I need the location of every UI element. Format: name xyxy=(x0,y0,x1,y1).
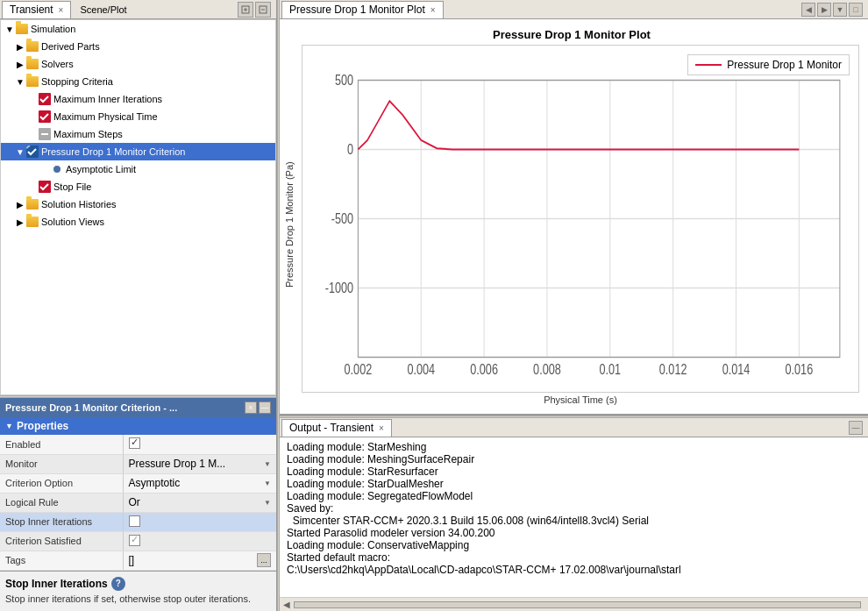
stop-inner-checkbox[interactable] xyxy=(129,515,140,527)
expand-simulation[interactable]: ▼ xyxy=(4,25,15,34)
tree-item-solution-histories[interactable]: ▶ Solution Histories xyxy=(1,195,275,213)
expand-solution-histories[interactable]: ▶ xyxy=(15,200,25,210)
svg-text:0.008: 0.008 xyxy=(533,362,561,378)
output-line-9: Loading module: ConservativeMapping xyxy=(287,539,861,551)
tree-item-max-inner[interactable]: Maximum Inner Iterations xyxy=(1,90,275,108)
prop-label-stop-inner: Stop Inner Iterations xyxy=(0,512,123,531)
folder-icon-simulation xyxy=(15,22,29,36)
criterion-icon-pressure-drop xyxy=(25,145,39,159)
tree-item-solution-views[interactable]: ▶ Solution Views xyxy=(1,213,275,231)
folder-icon-solution-histories xyxy=(25,197,39,211)
plot-tab[interactable]: Pressure Drop 1 Monitor Plot × xyxy=(281,1,444,18)
x-axis-label: Physical Time (s) xyxy=(302,394,859,405)
prop-row-enabled[interactable]: Enabled xyxy=(0,435,276,454)
tree-item-stopping-criteria[interactable]: ▼ Stopping Criteria xyxy=(1,73,275,90)
prop-value-stop-inner[interactable] xyxy=(123,512,276,531)
plot-chart: Pressure Drop 1 Monitor (Pa) Pressure Dr… xyxy=(284,45,859,405)
monitor-dropdown-arrow[interactable]: ▼ xyxy=(264,460,271,468)
tree-item-pressure-drop-criterion[interactable]: ▼ Pressure Drop 1 Monitor Criterion xyxy=(1,143,275,160)
left-tab-bar: Transient × Scene/Plot xyxy=(0,0,276,19)
legend-line xyxy=(695,64,722,66)
nav-next-btn[interactable]: ▶ xyxy=(817,3,831,17)
prop-value-logical-rule[interactable]: Or ▼ xyxy=(123,493,276,512)
tree-collapse-btn[interactable] xyxy=(255,2,271,18)
tree-item-derived-parts[interactable]: ▶ Derived Parts xyxy=(1,38,275,55)
folder-icon-solution-views xyxy=(25,215,39,229)
prop-value-criterion-satisfied[interactable] xyxy=(123,531,276,551)
properties-section-bar[interactable]: Properties xyxy=(0,417,276,435)
output-line-4: Loading module: StarDualMesher xyxy=(287,478,861,490)
tree-item-max-steps[interactable]: Maximum Steps xyxy=(1,125,275,143)
properties-minimize-btn[interactable]: — xyxy=(259,401,271,414)
plot-title: Pressure Drop 1 Monitor Plot xyxy=(284,28,859,41)
expand-stopping-criteria[interactable]: ▼ xyxy=(15,77,25,87)
nav-prev-btn[interactable]: ◀ xyxy=(801,3,815,17)
logical-rule-arrow[interactable]: ▼ xyxy=(264,499,271,507)
properties-window-controls: × — xyxy=(245,401,271,414)
plot-tab-close[interactable]: × xyxy=(430,5,436,15)
prop-row-criterion-option[interactable]: Criterion Option Asymptotic ▼ xyxy=(0,473,276,493)
output-tab-close[interactable]: × xyxy=(379,423,384,433)
legend-label: Pressure Drop 1 Monitor xyxy=(727,59,842,71)
simulation-tab[interactable]: Transient × xyxy=(2,1,71,18)
output-content[interactable]: Loading module: StarMeshing Loading modu… xyxy=(280,437,868,597)
tags-edit-btn[interactable]: ... xyxy=(257,553,271,567)
solution-views-label: Solution Views xyxy=(41,217,104,227)
scene-plot-label: Scene/Plot xyxy=(80,4,126,15)
tree-item-asymptotic-limit[interactable]: Asymptotic Limit xyxy=(1,160,275,178)
svg-text:-500: -500 xyxy=(331,210,353,226)
prop-value-enabled[interactable] xyxy=(123,435,276,454)
solution-histories-label: Solution Histories xyxy=(41,199,117,210)
output-line-5: Loading module: SegregatedFlowModel xyxy=(287,490,861,502)
tree-item-solvers[interactable]: ▶ Solvers xyxy=(1,55,275,73)
svg-text:0.016: 0.016 xyxy=(786,362,814,378)
transient-tab-close[interactable]: × xyxy=(59,5,64,15)
prop-row-stop-inner[interactable]: Stop Inner Iterations xyxy=(0,512,276,531)
max-physical-label: Maximum Physical Time xyxy=(53,111,158,122)
prop-row-monitor[interactable]: Monitor Pressure Drop 1 M... ▼ xyxy=(0,454,276,473)
expand-solution-views[interactable]: ▶ xyxy=(15,217,25,227)
output-horizontal-scrollbar[interactable] xyxy=(294,601,861,608)
output-line-8: Started Parasolid modeler version 34.00.… xyxy=(287,527,861,539)
prop-label-criterion-satisfied: Criterion Satisfied xyxy=(0,531,123,551)
output-scroll-indicator[interactable]: ◀ xyxy=(283,600,290,609)
expand-solvers[interactable]: ▶ xyxy=(15,60,25,69)
criterion-option-arrow[interactable]: ▼ xyxy=(264,480,271,487)
chart-svg: 500 0 -500 -1000 0.002 0.004 0.006 0.008… xyxy=(302,46,858,392)
tree-item-simulation[interactable]: ▼ Simulation xyxy=(1,20,275,38)
tree-item-max-physical[interactable]: Maximum Physical Time xyxy=(1,108,275,125)
output-tab[interactable]: Output - Transient × xyxy=(281,419,392,437)
nav-down-btn[interactable]: ▼ xyxy=(833,3,847,17)
tree-expand-btn[interactable] xyxy=(238,2,253,18)
prop-label-enabled: Enabled xyxy=(0,435,123,454)
expand-pressure-drop[interactable]: ▼ xyxy=(15,147,25,157)
prop-row-tags[interactable]: Tags [] ... xyxy=(0,551,276,570)
help-icon[interactable]: ? xyxy=(111,577,125,591)
prop-value-tags[interactable]: [] ... xyxy=(123,551,276,570)
monitor-value: Pressure Drop 1 M... xyxy=(129,458,226,470)
output-minimize-btn[interactable]: — xyxy=(849,421,863,435)
output-panel: Output - Transient × — Loading module: S… xyxy=(280,418,868,611)
properties-section-label: Properties xyxy=(17,420,68,432)
prop-label-monitor: Monitor xyxy=(0,454,123,473)
prop-value-criterion-option[interactable]: Asymptotic ▼ xyxy=(123,473,276,493)
description-text: Stop inner iterations if set, otherwise … xyxy=(5,593,271,606)
folder-icon-derived-parts xyxy=(25,39,39,53)
prop-row-criterion-satisfied[interactable]: Criterion Satisfied xyxy=(0,531,276,551)
nav-restore-btn[interactable]: □ xyxy=(849,3,863,17)
stopping-criteria-label: Stopping Criteria xyxy=(41,76,113,87)
properties-close-btn[interactable]: × xyxy=(245,401,257,414)
prop-value-monitor[interactable]: Pressure Drop 1 M... ▼ xyxy=(123,454,276,473)
tree-item-stop-file[interactable]: Stop File xyxy=(1,178,275,195)
enabled-checkbox[interactable] xyxy=(129,437,140,449)
prop-label-logical-rule: Logical Rule xyxy=(0,493,123,512)
chart-area: Pressure Drop 1 Monitor xyxy=(302,45,859,405)
output-bottom-bar: ◀ xyxy=(280,597,868,611)
stop-file-label: Stop File xyxy=(53,181,91,192)
criterion-icon-max-steps xyxy=(38,127,52,141)
criterion-satisfied-checkbox[interactable] xyxy=(129,535,140,546)
svg-text:-1000: -1000 xyxy=(325,280,353,295)
expand-derived-parts[interactable]: ▶ xyxy=(15,42,25,52)
prop-row-logical-rule[interactable]: Logical Rule Or ▼ xyxy=(0,493,276,512)
max-inner-label: Maximum Inner Iterations xyxy=(53,94,162,104)
